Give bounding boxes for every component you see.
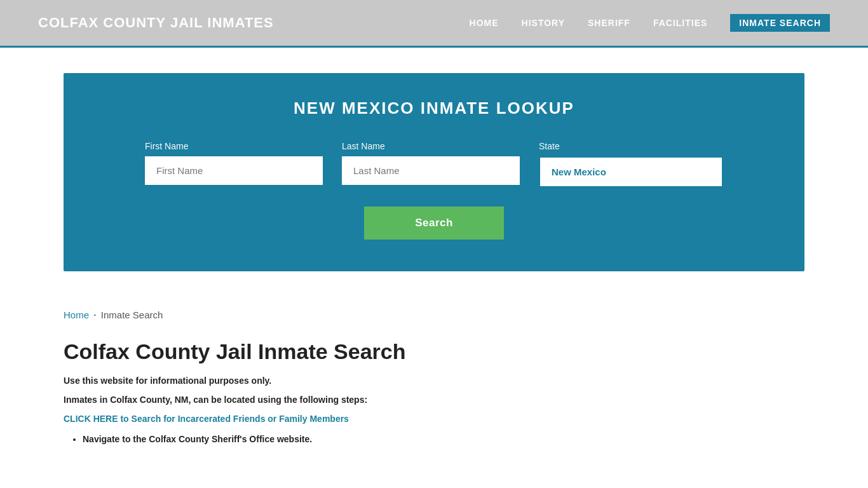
main-nav: HOME HISTORY SHERIFF FACILITIES INMATE S… — [470, 14, 830, 32]
main-content: Colfax County Jail Inmate Search Use thi… — [0, 327, 868, 470]
click-here-link[interactable]: CLICK HERE to Search for Incarcerated Fr… — [64, 414, 804, 424]
breadcrumb-separator: • — [94, 312, 96, 318]
breadcrumb-current: Inmate Search — [101, 309, 163, 320]
first-name-label: First Name — [145, 141, 323, 151]
search-button-wrap: Search — [102, 207, 766, 240]
bullet-item-1: Navigate to the Colfax County Sheriff's … — [83, 434, 804, 444]
last-name-label: Last Name — [342, 141, 520, 151]
page-title: Colfax County Jail Inmate Search — [64, 339, 804, 364]
last-name-group: Last Name — [342, 141, 520, 187]
nav-history[interactable]: HISTORY — [522, 18, 565, 28]
last-name-input[interactable] — [342, 156, 520, 185]
breadcrumb-home-link[interactable]: Home — [64, 309, 89, 320]
nav-sheriff[interactable]: SHERIFF — [588, 18, 630, 28]
state-label: State — [539, 141, 723, 151]
search-button[interactable]: Search — [364, 207, 504, 240]
info-line1: Use this website for informational purpo… — [64, 376, 804, 386]
first-name-input[interactable] — [145, 156, 323, 185]
site-logo: COLFAX COUNTY JAIL INMATES — [38, 15, 274, 31]
breadcrumb: Home • Inmate Search — [0, 297, 868, 327]
first-name-group: First Name — [145, 141, 323, 187]
search-section: NEW MEXICO INMATE LOOKUP First Name Last… — [64, 73, 804, 271]
site-header: COLFAX COUNTY JAIL INMATES HOME HISTORY … — [0, 0, 868, 48]
state-input[interactable] — [539, 156, 723, 187]
nav-home[interactable]: HOME — [470, 18, 499, 28]
info-line2: Inmates in Colfax County, NM, can be loc… — [64, 395, 804, 405]
nav-inmate-search[interactable]: INMATE SEARCH — [730, 14, 830, 32]
state-group: State — [539, 141, 723, 187]
nav-facilities[interactable]: FACILITIES — [653, 18, 707, 28]
search-fields: First Name Last Name State — [102, 141, 766, 187]
search-title: NEW MEXICO INMATE LOOKUP — [102, 98, 766, 118]
